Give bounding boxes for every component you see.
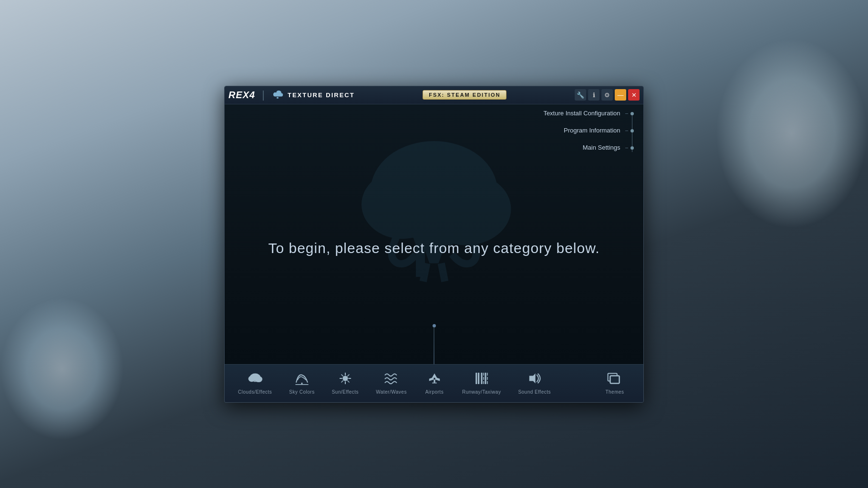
svg-point-10: [301, 383, 302, 384]
sound-effects-label: Sound Effects: [518, 389, 551, 395]
texture-direct-label: TEXTURE DIRECT: [288, 92, 355, 99]
svg-point-11: [342, 376, 348, 381]
svg-rect-29: [487, 373, 488, 376]
clouds-effects-icon: [248, 372, 263, 387]
main-content: Texture Install Configuration Program In…: [225, 104, 643, 364]
svg-rect-28: [485, 373, 486, 384]
menu-item-program-info[interactable]: Program Information: [564, 126, 634, 135]
bg-cloud-left: [0, 297, 124, 440]
nav-item-water-waves[interactable]: Water/Waves: [367, 368, 415, 398]
nav-item-themes[interactable]: Themes: [596, 368, 634, 398]
svg-rect-34: [610, 376, 619, 383]
sun-effects-icon: [338, 372, 353, 387]
title-bar-controls: 🔧 ℹ ⚙ — ✕: [575, 89, 640, 101]
runway-taxiway-icon: [474, 372, 489, 387]
app-window: REX4 | TEXTURE DIRECT FSX: STEAM EDITION…: [224, 86, 644, 403]
svg-point-7: [248, 376, 255, 382]
clouds-effects-label: Clouds/Effects: [238, 389, 272, 395]
welcome-message: To begin, please select from any categor…: [268, 240, 599, 256]
watermark-cloud: [343, 114, 525, 295]
water-waves-icon: [384, 372, 399, 387]
sun-effects-label: Sun/Effects: [332, 389, 359, 395]
bottom-nav: Clouds/Effects Sky Colors: [225, 364, 643, 402]
themes-icon: [607, 372, 622, 387]
edition-badge: FSX: STEAM EDITION: [423, 90, 506, 100]
sky-colors-icon: [294, 372, 310, 387]
tool-button[interactable]: 🔧: [575, 89, 586, 101]
svg-rect-24: [481, 373, 482, 384]
menu-item-main-settings[interactable]: Main Settings: [583, 143, 634, 152]
cloud-icon: [271, 89, 284, 101]
svg-rect-23: [478, 373, 479, 384]
logo-area: REX4 | TEXTURE DIRECT: [228, 89, 355, 101]
menu-item-texture-install[interactable]: Texture Install Configuration: [543, 109, 634, 118]
nav-item-runway-taxiway[interactable]: Runway/Taxiway: [454, 368, 509, 398]
nav-item-sky-colors[interactable]: Sky Colors: [280, 368, 323, 398]
center-line: [434, 326, 434, 364]
title-bar: REX4 | TEXTURE DIRECT FSX: STEAM EDITION…: [225, 86, 643, 104]
nav-item-sound-effects[interactable]: Sound Effects: [509, 368, 559, 398]
nav-items-left: Clouds/Effects Sky Colors: [229, 368, 559, 398]
nav-item-sun-effects[interactable]: Sun/Effects: [323, 368, 367, 398]
runway-taxiway-label: Runway/Taxiway: [462, 389, 501, 395]
svg-line-18: [348, 375, 349, 376]
svg-rect-9: [253, 381, 256, 382]
svg-line-19: [341, 381, 343, 382]
rex4-logo: REX4: [228, 90, 255, 101]
svg-rect-26: [483, 377, 484, 380]
themes-label: Themes: [605, 389, 624, 395]
sky-colors-label: Sky Colors: [289, 389, 314, 395]
svg-line-16: [341, 375, 343, 376]
nav-item-clouds-effects[interactable]: Clouds/Effects: [229, 368, 280, 398]
dropdown-menu: Texture Install Configuration Program In…: [543, 109, 634, 157]
svg-rect-22: [475, 373, 477, 384]
nav-item-airports[interactable]: Airports: [415, 368, 454, 398]
airports-label: Airports: [425, 389, 444, 395]
svg-rect-21: [432, 383, 437, 384]
close-button[interactable]: ✕: [628, 89, 640, 101]
svg-marker-32: [529, 374, 535, 384]
minimize-button[interactable]: —: [615, 89, 626, 101]
svg-rect-27: [483, 381, 484, 384]
info-button[interactable]: ℹ: [588, 89, 599, 101]
sound-effects-icon: [527, 372, 542, 387]
title-divider: |: [262, 89, 265, 101]
bg-cloud-right: [715, 38, 868, 229]
gear-button[interactable]: ⚙: [601, 89, 613, 101]
water-waves-label: Water/Waves: [376, 389, 407, 395]
svg-rect-31: [487, 381, 488, 384]
svg-line-17: [348, 381, 349, 382]
airports-icon: [427, 372, 442, 387]
title-bar-center: FSX: STEAM EDITION: [355, 90, 575, 100]
svg-rect-20: [434, 379, 435, 382]
svg-rect-25: [483, 373, 484, 376]
svg-rect-30: [487, 377, 488, 380]
